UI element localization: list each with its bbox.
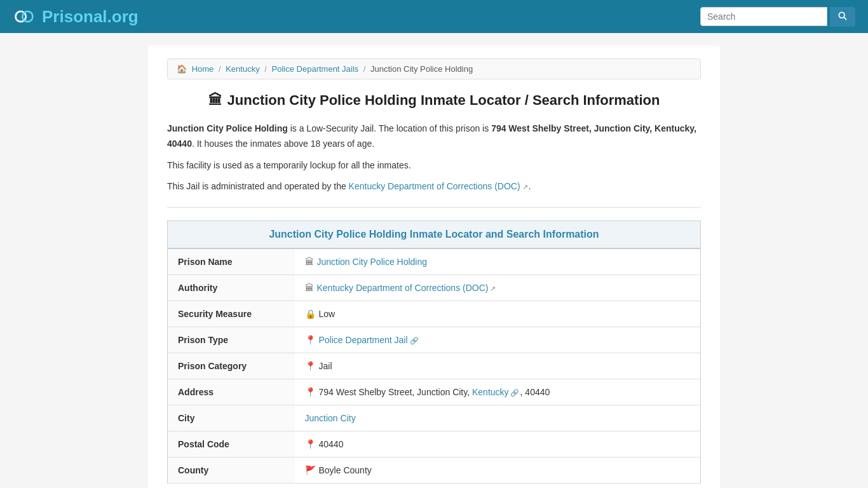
cell-link[interactable]: Junction City Police Holding bbox=[317, 257, 428, 267]
table-cell-label: Address bbox=[168, 379, 295, 405]
breadcrumb-home[interactable]: Home bbox=[192, 64, 214, 74]
svg-point-2 bbox=[839, 12, 844, 18]
description-line1: Junction City Police Holding is a Low-Se… bbox=[167, 121, 701, 152]
page-title: 🏛Junction City Police Holding Inmate Loc… bbox=[167, 92, 701, 109]
table-cell-value: 📍Jail bbox=[295, 353, 701, 379]
table-cell-value: 🚩Boyle County bbox=[295, 458, 701, 484]
chain-icon: 🔗 bbox=[510, 389, 519, 396]
description: Junction City Police Holding is a Low-Se… bbox=[167, 121, 701, 194]
table-cell-label: Security Measure bbox=[168, 301, 295, 327]
breadcrumb: 🏠 Home / Kentucky / Police Department Ja… bbox=[167, 58, 701, 79]
table-row: CityJunction City bbox=[168, 405, 701, 431]
desc-line2: This facility is used as a temporarily l… bbox=[167, 160, 411, 170]
table-row: Prison Name🏛Junction City Police Holding bbox=[168, 249, 701, 275]
description-line2: This facility is used as a temporarily l… bbox=[167, 158, 701, 173]
table-row: Prison Category📍Jail bbox=[168, 353, 701, 379]
kentucky-link[interactable]: Kentucky bbox=[472, 387, 509, 397]
svg-point-1 bbox=[22, 11, 32, 22]
building-icon: 🏛 bbox=[305, 257, 314, 267]
flag-icon: 🚩 bbox=[305, 465, 316, 475]
cell-text: Jail bbox=[319, 361, 332, 371]
info-table-header: Junction City Police Holding Inmate Loca… bbox=[167, 220, 701, 248]
logo-icon bbox=[13, 5, 36, 28]
breadcrumb-kentucky[interactable]: Kentucky bbox=[226, 64, 259, 74]
svg-line-3 bbox=[844, 17, 846, 20]
cell-link[interactable]: Junction City bbox=[305, 413, 356, 423]
address-end: , 40440 bbox=[520, 387, 550, 397]
location-icon: 📍 bbox=[305, 335, 316, 345]
table-cell-value: 📍794 West Shelby Street, Junction City, … bbox=[295, 379, 701, 405]
search-input[interactable] bbox=[700, 7, 827, 26]
building-icon: 🏛 bbox=[305, 283, 314, 293]
info-section-title-text: Junction City Police Holding Inmate Loca… bbox=[269, 229, 599, 240]
chain-link-icon: 🔗 bbox=[410, 337, 419, 344]
desc-end3: . bbox=[528, 181, 531, 191]
cell-text: 40440 bbox=[319, 439, 344, 449]
search-icon bbox=[838, 11, 847, 20]
table-cell-value: 📍40440 bbox=[295, 431, 701, 458]
location-icon: 📍 bbox=[305, 387, 316, 397]
table-cell-label: Prison Category bbox=[168, 353, 295, 379]
table-row: Security Measure🔒Low bbox=[168, 301, 701, 327]
table-row: Address📍794 West Shelby Street, Junction… bbox=[168, 379, 701, 405]
location-icon: 📍 bbox=[305, 439, 316, 449]
logo-text[interactable]: Prisonal.org bbox=[42, 7, 139, 27]
desc-rest1: is a Low-Security Jail. The location of … bbox=[288, 123, 491, 133]
search-area bbox=[700, 7, 855, 27]
table-row: Postal Code📍40440 bbox=[168, 431, 701, 458]
table-cell-value: 🏛Junction City Police Holding bbox=[295, 249, 701, 275]
table-row: County🚩Boyle County bbox=[168, 458, 701, 484]
search-button[interactable] bbox=[830, 7, 855, 27]
cell-link[interactable]: Police Department Jail bbox=[319, 335, 408, 345]
page-title-area: 🏛Junction City Police Holding Inmate Loc… bbox=[167, 92, 701, 109]
table-cell-value: 📍Police Department Jail🔗 bbox=[295, 327, 701, 353]
cell-text: Low bbox=[319, 309, 336, 319]
table-cell-value: 🏛Kentucky Department of Corrections (DOC… bbox=[295, 275, 701, 301]
page-title-text: Junction City Police Holding Inmate Loca… bbox=[227, 92, 660, 108]
address-text: 794 West Shelby Street, Junction City, bbox=[319, 387, 473, 397]
table-cell-label: Postal Code bbox=[168, 431, 295, 458]
home-icon: 🏠 bbox=[177, 64, 187, 74]
info-table: Prison Name🏛Junction City Police Holding… bbox=[167, 248, 701, 484]
lock-icon: 🔒 bbox=[305, 309, 316, 319]
desc-end1: . It houses the inmates above 18 years o… bbox=[192, 139, 374, 149]
table-cell-value: Junction City bbox=[295, 405, 701, 431]
logo-area: Prisonal.org bbox=[13, 5, 139, 28]
table-cell-label: Prison Name bbox=[168, 249, 295, 275]
doc-link[interactable]: Kentucky Department of Corrections (DOC) bbox=[349, 181, 520, 191]
table-row: Authority🏛Kentucky Department of Correct… bbox=[168, 275, 701, 301]
external-link-icon: ↗ bbox=[490, 285, 496, 292]
breadcrumb-current: Junction City Police Holding bbox=[370, 64, 473, 74]
main-wrapper: 🏠 Home / Kentucky / Police Department Ja… bbox=[148, 46, 720, 488]
prison-icon: 🏛 bbox=[208, 92, 222, 108]
section-divider bbox=[167, 207, 701, 208]
info-table-body: Prison Name🏛Junction City Police Holding… bbox=[168, 249, 701, 484]
table-cell-label: Prison Type bbox=[168, 327, 295, 353]
description-line3: This Jail is administrated and operated … bbox=[167, 179, 701, 194]
desc-start3: This Jail is administrated and operated … bbox=[167, 181, 349, 191]
table-cell-value: 🔒Low bbox=[295, 301, 701, 327]
table-cell-label: County bbox=[168, 458, 295, 484]
table-cell-label: Authority bbox=[168, 275, 295, 301]
cell-text: Boyle County bbox=[319, 465, 372, 475]
header: Prisonal.org bbox=[0, 0, 868, 33]
logo-text-ext: .org bbox=[107, 7, 139, 26]
table-cell-label: City bbox=[168, 405, 295, 431]
cell-link[interactable]: Kentucky Department of Corrections (DOC) bbox=[317, 283, 489, 293]
breadcrumb-pdj[interactable]: Police Department Jails bbox=[272, 64, 359, 74]
table-row: Prison Type📍Police Department Jail🔗 bbox=[168, 327, 701, 353]
location-icon: 📍 bbox=[305, 361, 316, 371]
desc-bold1: Junction City Police Holding bbox=[167, 123, 288, 133]
logo-text-main: Prisonal bbox=[42, 7, 107, 26]
